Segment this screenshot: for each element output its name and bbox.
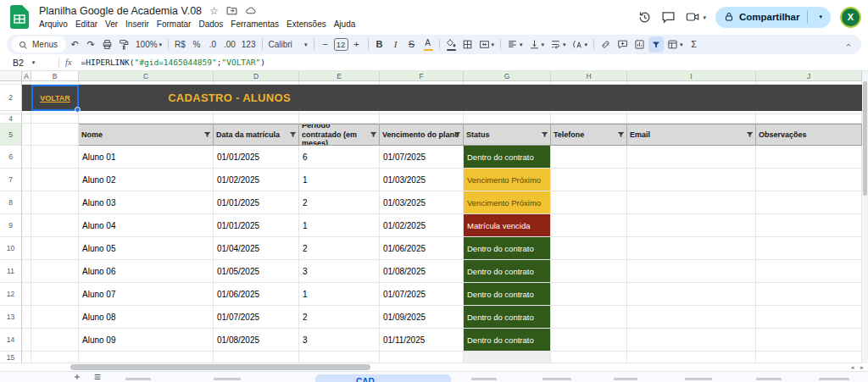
filter-funnel-icon[interactable] <box>617 131 625 139</box>
cell-telefone[interactable] <box>551 260 627 283</box>
cell-vencimento[interactable]: 01/07/2025 <box>380 283 464 306</box>
cell-email[interactable] <box>627 237 756 260</box>
active-sheet-tab[interactable]: CAD <box>315 374 451 382</box>
filter-funnel-icon[interactable] <box>541 131 548 139</box>
fill-color-button[interactable] <box>443 36 459 53</box>
cell-telefone[interactable] <box>551 191 627 214</box>
row-header-8[interactable]: 8 <box>0 191 22 214</box>
filter-funnel-icon[interactable] <box>370 131 377 139</box>
cell-email[interactable] <box>627 169 756 191</box>
cell-periodo[interactable]: 3 <box>299 329 380 352</box>
voltar-link[interactable]: VOLTAR <box>31 85 79 111</box>
cell-periodo[interactable]: 1 <box>299 283 380 306</box>
cell-email[interactable] <box>627 214 756 237</box>
cell-observacoes[interactable] <box>756 306 862 329</box>
cell-data-matricula[interactable]: 01/07/2025 <box>214 306 299 329</box>
menu-item-extensões[interactable]: Extensões <box>287 19 326 29</box>
cell-observacoes[interactable] <box>756 169 862 191</box>
insert-comment-button[interactable] <box>615 36 631 53</box>
share-dropdown[interactable]: ▾ <box>813 14 828 20</box>
cell-status[interactable]: Dentro do contrato <box>464 306 551 329</box>
cell[interactable] <box>627 352 756 363</box>
comment-history-icon[interactable] <box>661 10 676 25</box>
cell-data-matricula[interactable]: 01/04/2025 <box>214 237 299 260</box>
cell-telefone[interactable] <box>551 306 627 329</box>
table-header-8[interactable]: Observações <box>756 124 862 146</box>
cell[interactable] <box>756 352 862 363</box>
sheet-tab[interactable] <box>685 378 712 380</box>
zoom-select[interactable]: 100%▾ <box>133 36 164 53</box>
column-header-j[interactable]: J <box>756 71 862 81</box>
star-icon[interactable]: ☆ <box>209 6 219 16</box>
row-header-11[interactable]: 11 <box>0 260 22 283</box>
column-header-e[interactable]: E <box>299 71 380 81</box>
cell-telefone[interactable] <box>551 214 627 237</box>
cell[interactable] <box>31 114 79 124</box>
share-button[interactable]: Compartilhar ▾ <box>715 7 831 28</box>
vertical-scrollbar-thumb[interactable] <box>863 81 867 196</box>
cell[interactable] <box>31 260 79 283</box>
column-header-h[interactable]: H <box>551 71 627 81</box>
column-header-a[interactable]: A <box>22 71 31 81</box>
filter-funnel-icon[interactable] <box>746 131 754 139</box>
cell[interactable] <box>551 114 627 124</box>
increase-decimals-button[interactable]: .00 <box>221 36 238 53</box>
cell-telefone[interactable] <box>551 329 627 352</box>
column-header-g[interactable]: G <box>464 71 551 81</box>
cell-observacoes[interactable] <box>756 146 862 169</box>
avatar[interactable]: X <box>840 7 861 28</box>
cell-telefone[interactable] <box>551 146 627 169</box>
merge-cells-button[interactable]: ▾ <box>476 36 498 53</box>
row-header-14[interactable]: 14 <box>0 329 22 352</box>
undo-button[interactable]: ↶ <box>67 36 82 53</box>
sheet-tab[interactable] <box>542 378 571 380</box>
borders-button[interactable] <box>459 36 476 53</box>
row-header-13[interactable]: 13 <box>0 306 22 329</box>
table-header-5[interactable]: Status <box>464 124 551 146</box>
cell-data-matricula[interactable]: 01/01/2025 <box>214 146 299 169</box>
cell[interactable] <box>22 329 31 352</box>
cell-status[interactable]: Matrícula vencida <box>464 214 551 237</box>
cell-telefone[interactable] <box>551 237 627 260</box>
row-header-4[interactable]: 4 <box>0 114 22 124</box>
cell-vencimento[interactable]: 01/03/2025 <box>380 169 464 191</box>
sheet-tab[interactable] <box>819 378 849 380</box>
cell-vencimento[interactable]: 01/03/2025 <box>380 191 464 214</box>
table-header-6[interactable]: Telefone <box>551 124 627 146</box>
format-currency-button[interactable]: R$ <box>172 36 188 53</box>
italic-button[interactable]: I <box>388 36 403 53</box>
cell-observacoes[interactable] <box>756 214 862 237</box>
cell-nome[interactable]: Aluno 01 <box>79 146 214 169</box>
cell[interactable] <box>214 352 299 363</box>
table-header-4[interactable]: Vencimento do plano <box>380 124 464 146</box>
cell[interactable] <box>22 214 31 237</box>
sheets-logo-icon[interactable] <box>10 5 29 29</box>
cell-status[interactable]: Dentro do contrato <box>464 237 551 260</box>
cell-periodo[interactable]: 3 <box>299 260 380 283</box>
cell[interactable] <box>22 260 31 283</box>
column-header-f[interactable]: F <box>380 71 464 81</box>
add-sheet-button[interactable] <box>73 373 81 381</box>
cell-periodo[interactable]: 6 <box>299 146 380 169</box>
version-history-icon[interactable] <box>637 10 652 25</box>
cell-vencimento[interactable]: 01/09/2025 <box>380 306 464 329</box>
table-header-7[interactable]: Email <box>627 124 756 146</box>
cell-telefone[interactable] <box>551 283 627 306</box>
menu-item-ferramentas[interactable]: Ferramentas <box>231 19 279 29</box>
cell-observacoes[interactable] <box>756 283 862 306</box>
cell-vencimento[interactable]: 01/06/2025 <box>380 237 464 260</box>
sheet-tab[interactable] <box>214 378 241 380</box>
cell-periodo[interactable]: 2 <box>299 237 380 260</box>
cell-data-matricula[interactable]: 01/02/2025 <box>214 169 299 191</box>
strikethrough-button[interactable]: S <box>404 36 420 53</box>
cell-vencimento[interactable]: 01/08/2025 <box>380 260 464 283</box>
cell[interactable] <box>22 124 31 146</box>
cell[interactable] <box>22 191 31 214</box>
bold-button[interactable]: B <box>372 36 387 53</box>
cell[interactable] <box>22 169 31 191</box>
cell-status[interactable]: Dentro do contrato <box>464 283 551 306</box>
menu-item-arquivo[interactable]: Arquivo <box>39 19 68 29</box>
cell[interactable] <box>22 237 31 260</box>
decrease-font-size-button[interactable]: − <box>318 36 333 53</box>
vertical-align-button[interactable]: ▾ <box>526 36 548 53</box>
